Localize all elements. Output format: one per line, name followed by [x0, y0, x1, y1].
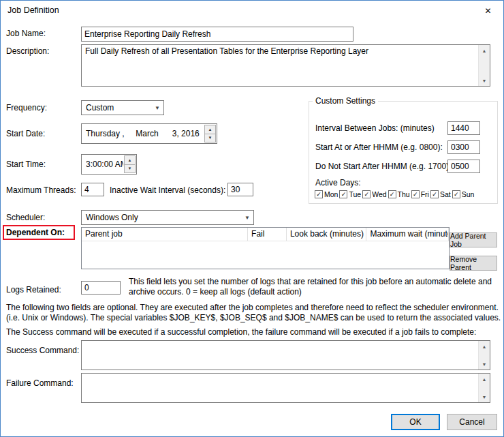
- dependent-on-label: Dependent On:: [4, 226, 74, 239]
- scroll-track[interactable]: [479, 56, 490, 75]
- day-label-mon: Mon: [324, 190, 338, 198]
- start-time-value: 3:00:00 AM: [82, 155, 123, 174]
- column-maximum-wait[interactable]: Maximum wait (minutes): [366, 228, 449, 241]
- maximum-threads-input[interactable]: [81, 183, 104, 196]
- check-icon: ✓: [364, 191, 369, 198]
- scroll-down-icon[interactable]: ▼: [479, 75, 490, 86]
- interval-input[interactable]: [447, 121, 480, 135]
- check-icon: ✓: [341, 191, 347, 198]
- start-time-label: Start Time:: [6, 160, 46, 169]
- checkbox-thu[interactable]: ✓: [388, 190, 396, 198]
- checkbox-fri[interactable]: ✓: [411, 190, 420, 198]
- start-date-spinner[interactable]: ▲ ▼: [204, 125, 216, 142]
- not-after-input[interactable]: [447, 160, 480, 173]
- scheduler-dropdown[interactable]: Windows Only ▼: [81, 210, 254, 225]
- start-time-picker[interactable]: 3:00:00 AM ▲ ▼: [81, 154, 137, 175]
- check-icon: ✓: [432, 191, 437, 198]
- column-look-back[interactable]: Look back (minutes): [287, 228, 367, 241]
- frequency-dropdown[interactable]: Custom ▼: [81, 100, 164, 115]
- optional-fields-note: The following two fields are optional. T…: [6, 303, 501, 323]
- description-input[interactable]: Full Daily Refresh of all Presentation T…: [81, 44, 490, 87]
- success-command-input[interactable]: ▲ ▼: [81, 340, 490, 370]
- scroll-up-icon[interactable]: ▲: [479, 374, 490, 385]
- active-day-mon: ✓Mon: [315, 190, 338, 198]
- remove-parent-button[interactable]: Remove Parent: [450, 256, 497, 271]
- custom-settings-title: Custom Settings: [313, 96, 378, 106]
- scroll-track[interactable]: [479, 352, 490, 359]
- check-icon: ✓: [390, 191, 395, 198]
- scroll-up-icon[interactable]: ▲: [479, 341, 490, 352]
- day-label-thu: Thu: [398, 190, 410, 198]
- checkbox-wed[interactable]: ✓: [362, 190, 371, 198]
- start-at-input[interactable]: [447, 140, 480, 154]
- active-day-fri: ✓Fri: [411, 190, 429, 198]
- spinner-up-icon[interactable]: ▲: [124, 155, 136, 165]
- active-day-thu: ✓Thu: [388, 190, 410, 198]
- parent-jobs-list[interactable]: [82, 241, 449, 269]
- dependent-on-highlight: Dependent On:: [3, 225, 75, 240]
- check-icon: ✓: [316, 191, 321, 198]
- frequency-value: Custom: [82, 101, 151, 115]
- failure-command-label: Failure Command:: [6, 378, 74, 388]
- job-name-input[interactable]: [81, 27, 353, 42]
- close-button[interactable]: ✕: [473, 1, 503, 20]
- active-day-tue: ✓Tue: [339, 190, 361, 198]
- failure-command-scrollbar[interactable]: ▲ ▼: [478, 374, 490, 402]
- failure-command-input[interactable]: ▲ ▼: [81, 373, 490, 403]
- add-parent-job-button[interactable]: Add Parent Job: [450, 232, 497, 247]
- job-name-label: Job Name:: [6, 29, 46, 38]
- day-label-fri: Fri: [421, 190, 429, 198]
- active-days-label: Active Days:: [315, 178, 361, 187]
- parent-jobs-table-header: Parent job Fail Look back (minutes) Maxi…: [82, 228, 449, 241]
- logs-retained-input[interactable]: [81, 281, 121, 295]
- chevron-down-icon: ▼: [151, 101, 163, 115]
- success-failure-note: The Success command will be executed if …: [6, 327, 501, 337]
- failure-command-text: [82, 374, 478, 402]
- parent-jobs-table: Parent job Fail Look back (minutes) Maxi…: [81, 227, 450, 269]
- checkbox-tue[interactable]: ✓: [339, 190, 347, 198]
- logs-retained-help: This field lets you set the number of lo…: [129, 277, 498, 297]
- scheduler-value: Windows Only: [82, 211, 241, 224]
- spinner-up-icon[interactable]: ▲: [204, 125, 216, 134]
- scroll-down-icon[interactable]: ▼: [479, 359, 490, 370]
- start-time-spinner[interactable]: ▲ ▼: [124, 155, 136, 173]
- start-date-picker[interactable]: Thursday , March 3, 2016 ▲ ▼: [81, 123, 217, 144]
- inactive-wait-label: Inactive Wait Interval (seconds):: [110, 185, 225, 195]
- spinner-down-icon[interactable]: ▼: [204, 134, 216, 143]
- inactive-wait-input[interactable]: [227, 183, 253, 196]
- spinner-down-icon[interactable]: ▼: [124, 165, 136, 174]
- day-label-sat: Sat: [440, 190, 451, 198]
- cancel-button[interactable]: Cancel: [447, 414, 497, 430]
- start-date-label: Start Date:: [6, 129, 45, 138]
- day-label-wed: Wed: [372, 190, 386, 198]
- start-date-value: Thursday , March 3, 2016: [82, 124, 204, 143]
- checkbox-sat[interactable]: ✓: [430, 190, 439, 198]
- scroll-down-icon[interactable]: ▼: [479, 391, 490, 402]
- maximum-threads-label: Maximum Threads:: [6, 185, 76, 195]
- success-command-scrollbar[interactable]: ▲ ▼: [478, 341, 490, 370]
- titlebar: Job Definition ✕: [1, 1, 503, 21]
- scheduler-label: Scheduler:: [6, 213, 45, 222]
- custom-settings-group: Custom Settings Interval Between Jobs: (…: [309, 96, 498, 204]
- chevron-down-icon: ▼: [241, 211, 253, 224]
- active-day-sat: ✓Sat: [430, 190, 451, 198]
- checkbox-sun[interactable]: ✓: [452, 190, 460, 198]
- success-command-text: [82, 341, 478, 370]
- column-parent-job[interactable]: Parent job: [82, 228, 248, 241]
- description-text: Full Daily Refresh of all Presentation T…: [82, 45, 478, 86]
- description-label: Description:: [6, 46, 49, 56]
- frequency-label: Frequency:: [6, 103, 47, 112]
- close-icon: ✕: [484, 6, 491, 16]
- active-day-wed: ✓Wed: [362, 190, 386, 198]
- checkbox-mon[interactable]: ✓: [315, 190, 323, 198]
- day-label-sun: Sun: [462, 190, 475, 198]
- column-fail[interactable]: Fail: [248, 228, 287, 241]
- ok-button[interactable]: OK: [391, 414, 440, 430]
- scroll-track[interactable]: [479, 385, 490, 391]
- check-icon: ✓: [454, 191, 459, 198]
- job-definition-dialog: Job Definition ✕ Job Name: Description: …: [0, 0, 504, 437]
- description-scrollbar[interactable]: ▲ ▼: [478, 45, 490, 86]
- success-command-label: Success Command:: [6, 346, 79, 355]
- active-days-row: ✓Mon ✓Tue ✓Wed ✓Thu ✓Fri ✓Sat ✓Sun: [315, 190, 494, 198]
- scroll-up-icon[interactable]: ▲: [479, 45, 490, 56]
